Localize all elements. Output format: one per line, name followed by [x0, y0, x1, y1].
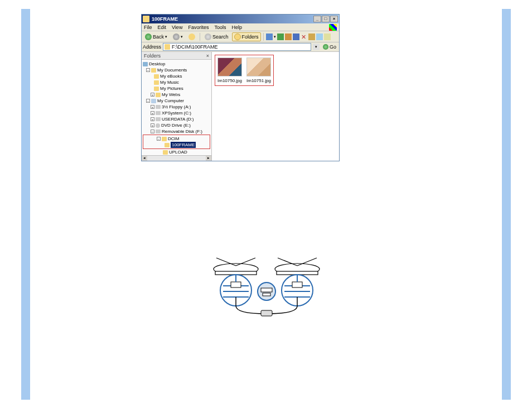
views-icon[interactable]: [266, 33, 273, 40]
tree-userdata[interactable]: USERDATA (D:): [162, 116, 194, 122]
tree-scrollbar[interactable]: ◂ ▸: [142, 155, 211, 161]
highlighted-file-group: Im10750.jpg Im10751.jpg: [215, 55, 274, 86]
expand-icon[interactable]: +: [151, 123, 154, 127]
back-label: Back: [153, 34, 164, 40]
tree-my-pictures[interactable]: My Pictures: [160, 85, 183, 92]
folder-icon: [165, 143, 170, 147]
tree-upload[interactable]: UPLOAD: [169, 149, 187, 155]
tree-desktop[interactable]: Desktop: [149, 61, 165, 67]
folder-tree[interactable]: Desktop −My Documents My eBooks My Music…: [142, 60, 211, 155]
copy-icon[interactable]: [285, 33, 292, 40]
svg-rect-18: [292, 282, 302, 288]
search-icon: [205, 33, 211, 40]
tree-removable[interactable]: Removable Disk (F:): [162, 128, 202, 135]
tree-xpsystem[interactable]: XPSystem (C:): [162, 110, 191, 116]
move-icon[interactable]: [277, 33, 284, 40]
address-dropdown-icon[interactable]: ▾: [313, 44, 320, 50]
file-thumbnail[interactable]: Im10750.jpg: [217, 58, 242, 83]
tree-floppy[interactable]: 3½ Floppy (A:): [162, 104, 191, 110]
collapse-icon[interactable]: −: [146, 99, 150, 103]
folders-pane: Folders × Desktop −My Documents My eBook…: [142, 52, 212, 161]
chevron-down-icon: ▾: [274, 35, 276, 39]
search-label: Search: [212, 34, 229, 40]
cut-icon[interactable]: [308, 33, 315, 40]
content-pane[interactable]: Im10750.jpg Im10751.jpg: [212, 52, 339, 161]
tree-my-computer[interactable]: My Computer: [157, 98, 184, 104]
svg-rect-25: [263, 293, 270, 296]
copy-clipboard-icon[interactable]: [316, 33, 323, 40]
body-area: Folders × Desktop −My Documents My eBook…: [142, 52, 339, 161]
drive-icon: [156, 111, 161, 115]
back-button[interactable]: Back ▾: [143, 32, 170, 41]
folders-icon: [234, 33, 241, 40]
menu-help[interactable]: Help: [231, 25, 242, 30]
folders-label: Folders: [242, 34, 259, 40]
expand-icon[interactable]: +: [151, 105, 154, 109]
minimize-button[interactable]: _: [313, 16, 321, 22]
separator: [263, 33, 264, 41]
highlighted-tree-section: −DCIM 100FRAME: [143, 135, 210, 149]
forward-button[interactable]: ▾: [171, 32, 185, 41]
tree-my-documents[interactable]: My Documents: [157, 67, 187, 73]
tree-my-webs[interactable]: My Webs: [162, 92, 180, 98]
explorer-window: 100FRAME _ □ × File Edit View Favorites …: [141, 14, 340, 161]
windows-logo-icon: [329, 24, 337, 31]
file-thumbnail[interactable]: Im10751.jpg: [246, 58, 271, 83]
menu-edit[interactable]: Edit: [158, 25, 167, 30]
folder-icon: [143, 16, 149, 22]
go-label: Go: [330, 44, 336, 50]
computer-icon: [151, 99, 156, 103]
tree-dcim[interactable]: DCIM: [168, 136, 179, 142]
scroll-left-icon[interactable]: ◂: [142, 156, 147, 161]
chevron-down-icon: ▾: [165, 35, 167, 39]
go-button[interactable]: Go: [321, 44, 338, 50]
maximize-button[interactable]: □: [322, 16, 330, 22]
menu-favorites[interactable]: Favorites: [188, 25, 209, 30]
address-path: F:\DCIM\100FRAME: [172, 44, 218, 50]
collapse-icon[interactable]: −: [151, 130, 154, 133]
tree-100frame-selected[interactable]: 100FRAME: [171, 142, 196, 148]
menu-tools[interactable]: Tools: [214, 25, 226, 30]
address-input[interactable]: F:\DCIM\100FRAME: [163, 43, 311, 51]
delete-icon[interactable]: ✕: [301, 33, 307, 40]
folder-icon: [165, 44, 170, 50]
menu-file[interactable]: File: [144, 25, 152, 30]
tree-dvddrive[interactable]: DVD Drive (E:): [161, 122, 191, 128]
go-icon: [323, 44, 328, 50]
folder-icon: [162, 137, 167, 141]
undo-icon[interactable]: [293, 33, 299, 40]
window-controls: _ □ ×: [313, 16, 338, 22]
up-folder-icon: [188, 33, 195, 40]
file-name: Im10751.jpg: [246, 78, 271, 83]
drive-icon: [156, 117, 161, 121]
expand-icon[interactable]: +: [151, 111, 154, 115]
scroll-right-icon[interactable]: ▸: [206, 156, 211, 161]
folder-icon: [154, 80, 159, 85]
removable-icon: [156, 130, 161, 133]
svg-rect-8: [231, 282, 241, 288]
folders-button[interactable]: Folders: [232, 32, 261, 41]
expand-icon[interactable]: +: [151, 117, 154, 121]
up-button[interactable]: [186, 32, 197, 41]
svg-rect-20: [261, 310, 272, 316]
image-thumbnail: [246, 58, 271, 76]
paste-icon[interactable]: [324, 33, 331, 40]
expand-icon[interactable]: +: [151, 93, 154, 97]
menu-view[interactable]: View: [172, 25, 182, 30]
collapse-icon[interactable]: −: [146, 68, 150, 72]
disc-icon: [156, 123, 160, 128]
decorative-right-bar: [502, 9, 511, 400]
folder-icon: [154, 87, 159, 91]
close-button[interactable]: ×: [330, 16, 338, 22]
back-icon: [145, 33, 152, 40]
folders-pane-title: Folders: [144, 53, 161, 59]
folders-pane-header: Folders ×: [142, 52, 211, 60]
close-pane-icon[interactable]: ×: [206, 53, 209, 59]
tree-my-ebooks[interactable]: My eBooks: [160, 73, 182, 79]
tree-my-music[interactable]: My Music: [160, 79, 179, 85]
file-name: Im10750.jpg: [217, 78, 242, 83]
svg-rect-24: [261, 288, 272, 292]
collapse-icon[interactable]: −: [157, 137, 161, 141]
search-button[interactable]: Search: [202, 32, 231, 41]
titlebar[interactable]: 100FRAME _ □ ×: [142, 15, 339, 23]
